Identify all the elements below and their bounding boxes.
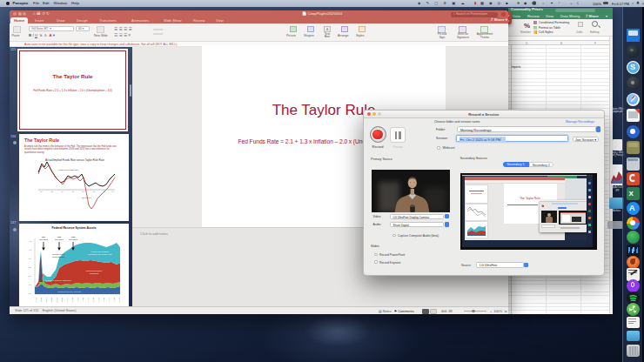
svg-text:Taylor rule: Taylor rule: [82, 197, 92, 199]
svg-text:1.0: 1.0: [29, 284, 32, 285]
svg-text:QE1: QE1: [42, 236, 46, 238]
svg-text:Jan-13: Jan-13: [98, 298, 100, 303]
svg-text:2.0: 2.0: [29, 275, 32, 277]
svg-text:'08: '08: [82, 191, 84, 192]
svg-text:'14: '14: [111, 191, 114, 192]
svg-text:Longer-term treasury: Longer-term treasury: [91, 251, 110, 252]
svg-text:Jan-09: Jan-09: [57, 298, 58, 303]
svg-text:Lending to financial instituti: Lending to financial institutions: [45, 279, 72, 281]
svg-text:Jan-07: Jan-07: [36, 298, 37, 303]
svg-text:QE2: QE2: [57, 236, 62, 238]
svg-text:4.5: 4.5: [29, 240, 32, 242]
svg-text:Jan-11: Jan-11: [77, 298, 79, 302]
svg-text:Long-term treasury: Long-term treasury: [86, 270, 103, 272]
svg-text:2.5: 2.5: [29, 266, 32, 268]
svg-text:Jan-12: Jan-12: [88, 298, 90, 303]
svg-text:3.0: 3.0: [29, 258, 32, 259]
svg-text:Nov 2010: Nov 2010: [55, 238, 64, 240]
svg-text:Jul-14: Jul-14: [114, 298, 116, 302]
svg-text:purchases: purchases: [90, 272, 99, 274]
svg-text:Jul-13: Jul-13: [104, 298, 105, 302]
svg-text:QE3: QE3: [71, 236, 76, 238]
svg-text:Jul-10: Jul-10: [72, 298, 74, 302]
svg-text:Jul-11: Jul-11: [83, 298, 84, 302]
svg-text:Actual/Implied Funds Rate vers: Actual/Implied Funds Rate versus Taylor …: [45, 158, 104, 162]
svg-text:4.0: 4.0: [29, 249, 32, 251]
svg-text:credit markets: credit markets: [52, 256, 65, 258]
svg-text:Sep 2012: Sep 2012: [69, 238, 77, 240]
svg-text:'10: '10: [92, 191, 95, 192]
svg-text:Jan-08: Jan-08: [46, 298, 48, 303]
svg-text:Jan-15: Jan-15: [119, 298, 121, 303]
svg-text:Jan-10: Jan-10: [67, 298, 69, 303]
svg-text:Jul-12: Jul-12: [93, 298, 95, 302]
svg-text:'02: '02: [50, 191, 53, 192]
svg-text:Liquidity to key: Liquidity to key: [52, 253, 65, 255]
svg-text:'06: '06: [71, 191, 74, 192]
svg-text:Traditional security holdings: Traditional security holdings: [57, 291, 82, 292]
svg-text:Jan-14: Jan-14: [109, 298, 111, 303]
svg-text:Actual Fed Funds rate: Actual Fed Funds rate: [57, 169, 78, 171]
svg-text:purchases and agency debt: purchases and agency debt: [89, 253, 112, 255]
svg-text:Jul-08: Jul-08: [51, 298, 53, 302]
svg-text:'04: '04: [61, 191, 64, 192]
svg-text:0.5: 0.5: [29, 292, 32, 294]
svg-text:Jul-07: Jul-07: [41, 298, 43, 302]
svg-text:Jul-09: Jul-09: [62, 298, 64, 302]
svg-text:'00: '00: [40, 191, 43, 192]
svg-text:Nov 2008: Nov 2008: [39, 238, 48, 240]
